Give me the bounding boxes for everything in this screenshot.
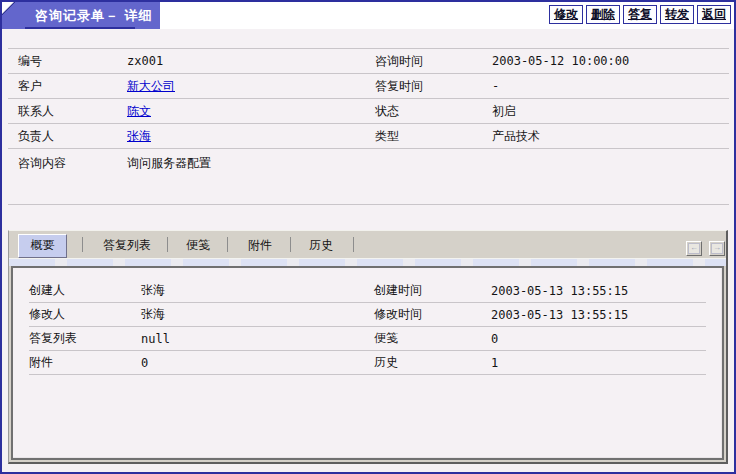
- field-label: 咨询内容: [18, 155, 127, 172]
- contact-cell: 陈文: [127, 103, 375, 120]
- field-value-modified-time: 2003-05-13 13:55:15: [491, 308, 706, 322]
- modify-button[interactable]: 修改: [549, 5, 583, 24]
- field-value-status: 初启: [492, 103, 729, 120]
- tab-strip-decoration: [9, 258, 726, 266]
- tab-divider: [167, 237, 168, 252]
- field-label: 附件: [29, 354, 141, 371]
- field-value-number: zx001: [127, 54, 375, 68]
- summary-row-creator: 创建人 张海 创建时间 2003-05-13 13:55:15: [29, 279, 706, 303]
- field-label: 便笺: [374, 330, 491, 347]
- field-value-reply-time: -: [492, 79, 729, 93]
- tab-notes[interactable]: 便笺: [186, 237, 210, 254]
- tab-divider: [82, 237, 83, 252]
- delete-button[interactable]: 删除: [586, 5, 620, 24]
- owner-cell: 张海: [127, 128, 375, 145]
- field-label: 咨询时间: [375, 53, 492, 70]
- folded-corner-icon: [2, 2, 15, 15]
- back-button[interactable]: 返回: [697, 5, 731, 24]
- form-row-contact: 联系人 陈文 状态 初启: [8, 98, 729, 123]
- field-label: 联系人: [18, 103, 127, 120]
- summary-row-modifier: 修改人 张海 修改时间 2003-05-13 13:55:15: [29, 303, 706, 327]
- field-value-history-count: 1: [491, 356, 706, 370]
- tab-divider: [290, 237, 291, 252]
- contact-link[interactable]: 陈文: [127, 104, 151, 118]
- page-title: 咨询记录单－ 详细: [35, 7, 153, 25]
- tab-reply-list[interactable]: 答复列表: [103, 237, 151, 254]
- field-label: 修改人: [29, 306, 141, 323]
- tab-scroll-left-button[interactable]: ←: [686, 241, 702, 256]
- tab-scroll-right-button[interactable]: →: [709, 241, 725, 256]
- reply-button[interactable]: 答复: [623, 5, 657, 24]
- field-value-created-time: 2003-05-13 13:55:15: [491, 284, 706, 298]
- arrow-left-icon: ←: [688, 243, 700, 254]
- summary-table: 创建人 张海 创建时间 2003-05-13 13:55:15 修改人 张海 修…: [29, 279, 706, 375]
- summary-row-replies: 答复列表 null 便笺 0: [29, 327, 706, 351]
- field-label: 答复时间: [375, 78, 492, 95]
- field-value-type: 产品技术: [492, 128, 729, 145]
- field-value-creator: 张海: [141, 282, 374, 299]
- detail-form: 编号 zx001 咨询时间 2003-05-12 10:00:00 客户 新大公…: [8, 48, 729, 205]
- field-value-reply-list: null: [141, 332, 374, 346]
- detail-tab-widget: 概要 答复列表 便笺 附件 历史 ← → 创建人 张海 创建: [8, 230, 728, 464]
- summary-row-attachments: 附件 0 历史 1: [29, 351, 706, 375]
- field-value-modifier: 张海: [141, 306, 374, 323]
- field-label: 类型: [375, 128, 492, 145]
- field-label: 历史: [374, 354, 491, 371]
- consultation-record-window: 咨询记录单－ 详细 修改 删除 答复 转发 返回 编号 zx001 咨询时间 2…: [0, 0, 736, 474]
- header-bar: 咨询记录单－ 详细 修改 删除 答复 转发 返回: [2, 2, 734, 29]
- arrow-right-icon: →: [711, 243, 723, 254]
- title-block: 咨询记录单－ 详细: [2, 2, 160, 29]
- owner-link[interactable]: 张海: [127, 129, 151, 143]
- field-label: 状态: [375, 103, 492, 120]
- customer-link[interactable]: 新大公司: [127, 79, 175, 93]
- tab-summary[interactable]: 概要: [18, 234, 67, 258]
- form-row-number: 编号 zx001 咨询时间 2003-05-12 10:00:00: [8, 48, 729, 73]
- form-row-customer: 客户 新大公司 答复时间 -: [8, 73, 729, 98]
- field-value-attachments-count: 0: [141, 356, 374, 370]
- toolbar: 修改 删除 答复 转发 返回: [549, 5, 731, 24]
- field-label: 创建人: [29, 282, 141, 299]
- tab-attachments[interactable]: 附件: [248, 237, 272, 254]
- tab-bar: 概要 答复列表 便笺 附件 历史 ← →: [9, 231, 726, 258]
- form-row-content: 咨询内容 询问服务器配置: [8, 148, 729, 205]
- forward-button[interactable]: 转发: [660, 5, 694, 24]
- field-label: 创建时间: [374, 282, 491, 299]
- field-label: 客户: [18, 78, 127, 95]
- field-label: 负责人: [18, 128, 127, 145]
- field-label: 答复列表: [29, 330, 141, 347]
- field-label: 编号: [18, 53, 127, 70]
- field-label: 修改时间: [374, 306, 491, 323]
- field-value-content: 询问服务器配置: [127, 155, 729, 172]
- field-value-notes-count: 0: [491, 332, 706, 346]
- form-row-owner: 负责人 张海 类型 产品技术: [8, 123, 729, 148]
- tab-divider: [353, 237, 354, 252]
- customer-cell: 新大公司: [127, 78, 375, 95]
- tab-divider: [227, 237, 228, 252]
- title-underline: [25, 27, 135, 29]
- field-value-consult-time: 2003-05-12 10:00:00: [492, 54, 729, 68]
- tab-history[interactable]: 历史: [309, 237, 333, 254]
- summary-panel: 创建人 张海 创建时间 2003-05-13 13:55:15 修改人 张海 修…: [11, 266, 724, 460]
